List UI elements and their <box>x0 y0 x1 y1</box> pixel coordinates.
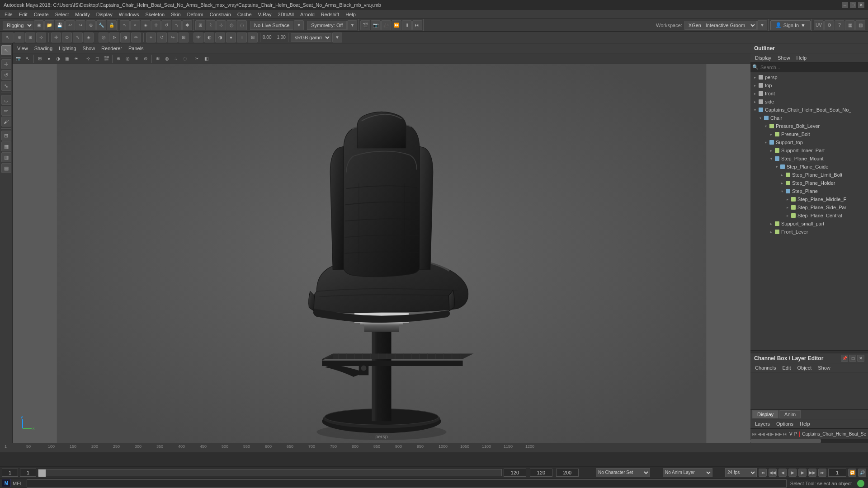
outliner-tree-item[interactable]: ▸Step_Plane_Limit_Bolt <box>750 171 868 179</box>
menu-cache[interactable]: Cache <box>235 11 255 18</box>
toolbar-icon-7[interactable]: 🔧 <box>96 20 106 30</box>
snap-surface-btn[interactable]: ◎ <box>226 20 236 30</box>
render-btn-5[interactable]: ⏸ <box>402 20 412 30</box>
gamma-select[interactable]: sRGB gamma <box>291 33 331 42</box>
select-mode-btn[interactable]: ↖ <box>2 33 14 42</box>
vp-smooth-icon[interactable]: ● <box>45 55 53 63</box>
menu-create[interactable]: Create <box>31 11 52 18</box>
panel-btn[interactable]: ▦ <box>845 20 855 30</box>
transport-skip-back-btn[interactable]: ⏮ <box>759 469 767 477</box>
workspace-select[interactable]: XGen - Interactive Groom <box>684 21 757 30</box>
loop-btn[interactable]: 🔁 <box>848 469 856 477</box>
toolbar-icon-6[interactable]: ⊕ <box>86 20 96 30</box>
anim-end-input[interactable] <box>530 469 552 477</box>
cb-menu-object[interactable]: Object <box>794 365 814 371</box>
vp-texture-icon[interactable]: ▦ <box>63 55 71 63</box>
menu-help[interactable]: Help <box>343 11 359 18</box>
universal-tool-btn[interactable]: ✱ <box>182 20 192 30</box>
outliner-menu-help[interactable]: Help <box>794 55 810 61</box>
outliner-tree-item[interactable]: ▸Support_small_part <box>750 220 868 228</box>
toolbar-icon-4[interactable]: ↩ <box>65 20 75 30</box>
anim-max-input[interactable] <box>556 469 579 477</box>
outliner-tree-item[interactable]: ▸Presure_Bolt <box>750 130 868 138</box>
layers-menu-options[interactable]: Options <box>774 421 796 427</box>
menu-deform[interactable]: Deform <box>184 11 206 18</box>
vp-menu-view[interactable]: View <box>14 45 31 52</box>
vp-render-region-icon[interactable]: ⊕ <box>114 55 123 63</box>
snap-curve-btn[interactable]: ⌇ <box>206 20 216 30</box>
curve-left-btn[interactable]: ◡ <box>1 95 11 105</box>
audio-btn[interactable]: 🔊 <box>858 469 866 477</box>
workspace-arrow[interactable]: ▼ <box>757 20 767 30</box>
scale-tool-btn[interactable]: ⤡ <box>172 20 182 30</box>
no-live-surface-btn[interactable]: No Live Surface <box>250 21 293 30</box>
outliner-tree-item[interactable]: ▾Captains_Chair_Helm_Boat_Seat_No_ <box>750 106 868 114</box>
xform-btn-1[interactable]: + <box>146 33 156 42</box>
layers-menu-layers[interactable]: Layers <box>752 421 773 427</box>
uv-btn[interactable]: UV <box>814 20 824 30</box>
transport-next-frame[interactable]: ▶ <box>770 432 774 436</box>
transport-next-key[interactable]: ▶▶ <box>775 432 782 436</box>
menu-constrain[interactable]: Constrain <box>207 11 234 18</box>
outliner-menu-display[interactable]: Display <box>752 55 774 61</box>
panel-left-btn[interactable]: ▥ <box>1 152 11 162</box>
vp-xray-icon[interactable]: ⊘ <box>142 55 150 63</box>
outliner-tree-item[interactable]: ▸Step_Plane_Middle_F <box>750 195 868 203</box>
render-btn-4[interactable]: ⏩ <box>392 20 401 30</box>
quad-left-btn[interactable]: ⊞ <box>1 131 11 141</box>
outliner-tree-item[interactable]: ▾Support_top <box>750 138 868 146</box>
transport-prev-key-btn[interactable]: ◀◀ <box>769 469 777 477</box>
range-bar[interactable] <box>38 469 502 476</box>
outliner-tree-item[interactable]: ▾Presure_Bolt_Lever <box>750 122 868 130</box>
cb-menu-channels[interactable]: Channels <box>752 365 778 371</box>
toolbar-icon-1[interactable]: ◉ <box>34 20 44 30</box>
menu-vray[interactable]: V-Ray <box>255 11 274 18</box>
component-mode-btn[interactable]: ⊕ <box>14 33 24 42</box>
settings-btn[interactable]: ⚙ <box>824 20 834 30</box>
channel-box-pin-btn[interactable]: 📌 <box>841 355 848 362</box>
vp-hud-icon[interactable]: ◻ <box>93 55 101 63</box>
move-manip-btn[interactable]: ✛ <box>51 33 61 42</box>
mel-input-field[interactable] <box>27 479 787 488</box>
vp-grid-icon[interactable]: ⊹ <box>84 55 92 63</box>
outliner-tree-item[interactable]: ▾Step_Plane <box>750 187 868 195</box>
menu-file[interactable]: File <box>2 11 15 18</box>
no-character-select[interactable]: No Character Set <box>596 468 650 477</box>
rigging-select[interactable]: Rigging <box>3 21 33 30</box>
snap-live-btn[interactable]: ◌ <box>237 20 247 30</box>
vis-btn-3[interactable]: ◑ <box>215 33 225 42</box>
vp-shaded-icon[interactable]: ◑ <box>54 55 62 63</box>
transport-play-btn[interactable]: ▶ <box>788 469 797 477</box>
menu-select[interactable]: Select <box>52 11 72 18</box>
render-btn-3[interactable]: 🎥 <box>381 20 391 30</box>
layers-menu-help[interactable]: Help <box>797 421 813 427</box>
select-left-btn[interactable]: ↖ <box>1 45 11 55</box>
transport-prev-frame[interactable]: ◀ <box>766 432 769 436</box>
toolbar-icon-8[interactable]: 🔒 <box>107 20 117 30</box>
vp-clipping-icon[interactable]: ✂ <box>193 55 201 63</box>
xform-btn-3[interactable]: ↪ <box>168 33 178 42</box>
xform-btn-4[interactable]: ⊞ <box>179 33 189 42</box>
outliner-tree-item[interactable]: ▸top <box>750 81 868 89</box>
timeline-ruler[interactable]: 1501001502002503003504004505005506006507… <box>0 443 868 452</box>
paint-left-btn[interactable]: ✏ <box>1 106 11 116</box>
menu-arnold[interactable]: Arnold <box>297 11 317 18</box>
soft-select-btn[interactable]: ◎ <box>99 33 108 42</box>
outliner-tree-item[interactable]: ▸Step_Plane_Holder <box>750 179 868 187</box>
vis-btn-6[interactable]: ⊞ <box>248 33 258 42</box>
vp-depth-icon[interactable]: ≋ <box>154 55 162 63</box>
live-surface-arrow[interactable]: ▼ <box>294 20 304 30</box>
end-frame-input[interactable] <box>504 469 526 477</box>
menu-edit[interactable]: Edit <box>16 11 30 18</box>
fps-select[interactable]: 24 fps <box>725 468 757 477</box>
last-manip-btn[interactable]: ◈ <box>84 33 94 42</box>
start-frame-input[interactable] <box>2 469 18 477</box>
transport-next-key-btn[interactable]: ▶▶ <box>808 469 816 477</box>
outliner-tree-item[interactable]: ▸Step_Plane_Central_ <box>750 211 868 220</box>
vp-film-icon[interactable]: 🎬 <box>102 55 110 63</box>
menu-skin[interactable]: Skin <box>168 11 183 18</box>
snap-grid-btn[interactable]: ⊞ <box>195 20 205 30</box>
transport-skip-fwd[interactable]: ⏭ <box>783 432 788 436</box>
grid-left-btn[interactable]: ▦ <box>1 141 11 151</box>
rotate-tool-btn[interactable]: ↺ <box>161 20 171 30</box>
